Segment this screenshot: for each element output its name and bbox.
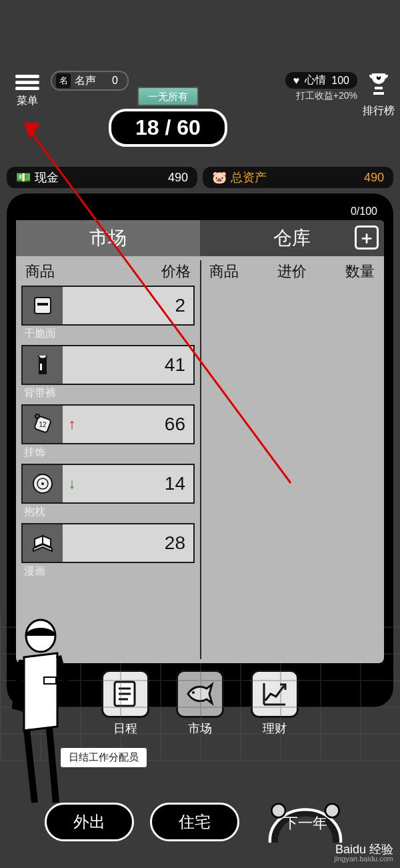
market-item[interactable]: 2 <box>21 286 195 326</box>
market-column: 商品价格 2 干脆面 41 背带裤 12 ↑ 66 挂饰 ↓ 14 抱枕 28 … <box>16 256 200 663</box>
assets-stat[interactable]: 🐷总资产 490 <box>203 167 393 188</box>
svg-point-16 <box>325 804 339 818</box>
cash-label: 现金 <box>35 169 59 185</box>
go-out-button[interactable]: 外出 <box>45 803 134 841</box>
market-item[interactable]: 41 <box>21 345 195 385</box>
warehouse-header-item: 商品 <box>209 262 239 282</box>
item-thumb <box>23 524 63 562</box>
market-header-item: 商品 <box>25 262 55 282</box>
watermark-url: jingyan.baidu.com <box>334 855 393 863</box>
svg-rect-2 <box>40 364 42 370</box>
warehouse-column: 商品 进价 数量 <box>200 256 384 663</box>
nav-market-label: 市场 <box>176 721 224 737</box>
bottom-bar: 外出 住宅 下一年 <box>0 803 400 841</box>
character-avatar <box>4 617 84 811</box>
tab-market[interactable]: 市场 <box>16 220 200 256</box>
svg-point-8 <box>41 482 44 485</box>
item-thumb: 12 <box>23 406 63 443</box>
item-price: 66 <box>81 414 193 435</box>
reputation-label: 名声 <box>75 74 96 88</box>
menu-icon[interactable] <box>15 75 39 90</box>
inventory-tabs: 市场 仓库 ＋ <box>16 220 384 256</box>
nav-finance-label: 理财 <box>251 721 299 737</box>
rank-button[interactable]: 排行榜 <box>361 72 396 118</box>
warehouse-header-qty: 数量 <box>345 262 375 282</box>
day-counter: 18 / 60 <box>109 109 227 147</box>
svg-point-10 <box>192 691 195 694</box>
rank-label: 排行榜 <box>361 104 396 118</box>
next-year-button[interactable]: 下一年 <box>255 803 355 841</box>
nav-schedule[interactable]: 日程 <box>101 670 149 737</box>
add-slot-button[interactable]: ＋ <box>355 226 379 250</box>
item-price: 41 <box>81 354 193 376</box>
home-button[interactable]: 住宅 <box>150 803 239 841</box>
reputation-value: 0 <box>112 75 118 87</box>
market-item[interactable]: 28 <box>21 523 195 563</box>
nav-schedule-label: 日程 <box>101 721 149 737</box>
capacity-label: 0/100 <box>16 205 384 218</box>
reputation-pill[interactable]: 名 名声 0 <box>51 71 129 91</box>
cash-icon: 💵 <box>16 170 31 185</box>
nav-market[interactable]: 市场 <box>176 670 224 737</box>
reputation-icon: 名 <box>56 73 71 88</box>
chart-icon <box>260 679 289 709</box>
piggy-icon: 🐷 <box>212 170 227 185</box>
market-item[interactable]: ↓ 14 <box>21 464 195 504</box>
item-price: 28 <box>81 532 193 554</box>
item-name-label: 挂饰 <box>24 446 195 460</box>
heart-icon: ♥ <box>293 75 300 87</box>
mood-label: 心情 <box>305 73 326 87</box>
hud: 菜单 名 名声 0 一无所有 18 / 60 ♥ 心情 100 打工收益+20%… <box>0 0 400 133</box>
watermark-brand: Baidu 经验 <box>335 843 393 856</box>
item-thumb <box>23 465 63 502</box>
market-header-price: 价格 <box>161 262 191 282</box>
notepad-icon <box>111 679 140 709</box>
svg-rect-1 <box>37 303 48 306</box>
menu-label: 菜单 <box>4 94 51 108</box>
market-item[interactable]: 12 ↑ 66 <box>21 404 195 444</box>
item-thumb <box>23 287 63 324</box>
resource-bar: 💵现金 490 🐷总资产 490 <box>0 167 400 188</box>
svg-rect-12 <box>44 677 56 684</box>
item-name-label: 抱枕 <box>24 505 195 519</box>
svg-text:12: 12 <box>39 421 47 428</box>
svg-point-5 <box>35 414 39 418</box>
item-price: 2 <box>81 295 193 316</box>
warehouse-header-cost: 进价 <box>239 262 345 282</box>
watermark: Baidu 经验 jingyan.baidu.com <box>334 843 393 863</box>
cash-value: 490 <box>168 171 188 185</box>
item-price: 14 <box>81 473 193 494</box>
work-bonus: 打工收益+20% <box>285 90 357 102</box>
character-speech: 日结工作分配员 <box>60 747 147 768</box>
item-name-label: 背带裤 <box>24 386 195 400</box>
mood-value: 100 <box>331 75 349 87</box>
item-name-label: 漫画 <box>24 564 195 578</box>
inventory-board: 商品价格 2 干脆面 41 背带裤 12 ↑ 66 挂饰 ↓ 14 抱枕 28 … <box>16 256 384 663</box>
status-badge: 一无所有 <box>137 87 199 106</box>
trophy-icon <box>368 72 389 95</box>
item-thumb <box>23 346 63 384</box>
assets-label: 总资产 <box>231 169 267 185</box>
nav-finance[interactable]: 理财 <box>251 670 299 737</box>
fish-icon <box>184 678 216 710</box>
item-name-label: 干脆面 <box>24 327 195 341</box>
mood-pill[interactable]: ♥ 心情 100 <box>285 72 357 89</box>
cash-stat[interactable]: 💵现金 490 <box>7 167 197 188</box>
assets-value: 490 <box>364 171 384 185</box>
